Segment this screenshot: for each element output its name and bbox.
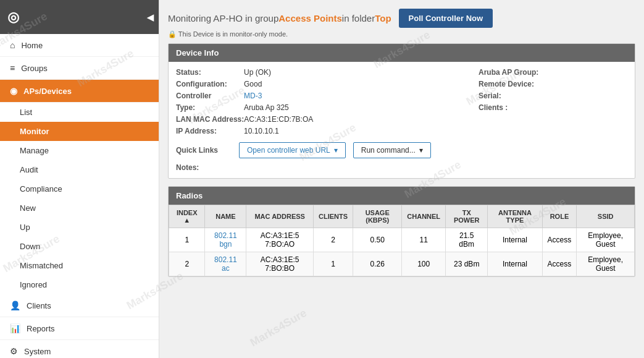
sidebar-item-system-label: System [24, 347, 51, 356]
table-cell[interactable]: 802.11 bgn [205, 228, 246, 252]
table-cell: 1 [169, 228, 205, 252]
radios-card: Radios INDEX ▲ NAME MAC ADDRESS [168, 186, 635, 277]
col-usage: USAGE (KBPS) [353, 205, 402, 228]
table-cell[interactable]: 802.11 ac [205, 252, 246, 276]
col-mac: MAC ADDRESS [246, 205, 314, 228]
run-command-button[interactable]: Run command... ▾ [353, 142, 431, 158]
sidebar-sub-item-compliance[interactable]: Compliance [0, 179, 159, 198]
sidebar-item-reports[interactable]: 📊 Reports [0, 317, 159, 340]
col-clients: CLIENTS [314, 205, 353, 228]
table-cell: 23 dBm [446, 252, 488, 276]
system-icon: ⚙ [10, 346, 18, 356]
col-channel: CHANNEL [402, 205, 446, 228]
type-label: Type: [176, 103, 244, 112]
type-row: Type: Aruba Ap 325 [176, 103, 325, 112]
ip-label: IP Address: [176, 127, 244, 135]
sidebar-item-groups[interactable]: ≡ Groups [0, 57, 159, 80]
table-cell: Access [542, 228, 577, 252]
aps-icon: ◉ [10, 86, 17, 96]
ip-value: 10.10.10.1 [244, 127, 279, 135]
clients-label: Clients : [479, 103, 546, 112]
main-content: Monitoring AP-HO in group Access Points … [159, 0, 644, 358]
notes-row: Notes: [176, 163, 627, 172]
page-title-group: Access Points [278, 13, 342, 23]
sidebar-sub-item-new[interactable]: New [0, 198, 159, 218]
table-cell: AC:A3:1E:5 7:BO:AO [246, 228, 314, 252]
sidebar-sub-item-list[interactable]: List [0, 103, 159, 122]
sidebar-sub-item-manage[interactable]: Manage [0, 141, 159, 160]
sidebar-item-clients[interactable]: 👤 Clients [0, 294, 159, 317]
quick-links-row: Quick Links Open controller web URL ▾ Ru… [176, 142, 627, 158]
device-info-header: Device Info [169, 44, 635, 62]
table-cell: Access [542, 252, 577, 276]
radios-table-container: INDEX ▲ NAME MAC ADDRESS CLIENTS [169, 205, 635, 276]
table-cell: 1 [314, 252, 353, 276]
aruba-ap-group-label: Aruba AP Group: [479, 68, 546, 77]
sidebar-item-home[interactable]: ⌂ Home [0, 34, 159, 57]
sidebar-sub-monitor-label: Monitor [20, 127, 49, 136]
sidebar-logo: ◎ ◀ [0, 0, 159, 34]
sidebar-item-aps-label: APs/Devices [23, 87, 72, 96]
sidebar-item-home-label: Home [21, 41, 43, 50]
table-cell: Internal [488, 252, 542, 276]
sidebar-sub-audit-label: Audit [20, 165, 38, 174]
table-row: 2802.11 acAC:A3:1E:5 7:BO:BO10.2610023 d… [169, 252, 635, 276]
type-value: Aruba Ap 325 [244, 103, 289, 112]
sidebar-sub-list-label: List [20, 108, 32, 117]
lan-mac-value: AC:A3:1E:CD:7B:OA [244, 115, 313, 124]
page-title-middle: in folder [342, 13, 375, 23]
sidebar-sub-mismatched-label: Mismatched [20, 261, 63, 270]
collapse-button[interactable]: ◀ [147, 12, 154, 22]
config-label: Configuration: [176, 80, 244, 88]
poll-controller-button[interactable]: Poll Controller Now [399, 9, 493, 28]
status-value: Up (OK) [244, 68, 271, 77]
sidebar-item-aps-devices[interactable]: ◉ APs/Devices [0, 80, 159, 103]
open-controller-button[interactable]: Open controller web URL ▾ [239, 142, 346, 158]
clients-row: Clients : [479, 103, 627, 112]
col-ssid: SSID [577, 205, 635, 228]
radios-table-head: INDEX ▲ NAME MAC ADDRESS CLIENTS [169, 205, 635, 228]
home-icon: ⌂ [10, 40, 15, 50]
table-cell: 2 [169, 252, 205, 276]
sidebar-sub-item-up[interactable]: Up [0, 218, 159, 237]
table-cell: 0.26 [353, 252, 402, 276]
sidebar-item-system[interactable]: ⚙ System [0, 340, 159, 358]
sidebar-sub-item-monitor[interactable]: Monitor [0, 122, 159, 141]
table-cell: 100 [402, 252, 446, 276]
sidebar-sub-manage-label: Manage [20, 146, 49, 155]
status-label: Status: [176, 68, 244, 77]
sidebar-sub-item-down[interactable]: Down [0, 237, 159, 256]
device-info-card: Device Info Status: Up (OK) Configuratio… [168, 43, 635, 179]
col-index[interactable]: INDEX ▲ [169, 205, 205, 228]
col-tx-power: TX POWER [446, 205, 488, 228]
sidebar-sub-up-label: Up [20, 223, 30, 232]
table-cell: Employee, Guest [577, 252, 635, 276]
chevron-down-icon2: ▾ [419, 146, 423, 155]
serial-label: Serial: [479, 92, 546, 100]
ip-row: IP Address: 10.10.10.1 [176, 127, 325, 135]
notes-label: Notes: [176, 163, 199, 172]
controller-label: Controller [176, 92, 244, 100]
table-cell: Internal [488, 228, 542, 252]
controller-row: Controller MD-3 [176, 92, 325, 100]
sidebar-item-clients-label: Clients [27, 301, 51, 310]
sidebar-sub-item-ignored[interactable]: Ignored [0, 275, 159, 294]
page-header: Monitoring AP-HO in group Access Points … [168, 9, 635, 38]
lock-icon: 🔒 [168, 30, 177, 38]
groups-icon: ≡ [10, 63, 15, 73]
status-row: Status: Up (OK) [176, 68, 325, 77]
table-row: 1802.11 bgnAC:A3:1E:5 7:BO:AO20.501121.5… [169, 228, 635, 252]
lan-mac-row: LAN MAC Address: AC:A3:1E:CD:7B:OA [176, 115, 325, 124]
sidebar-sub-ignored-label: Ignored [20, 280, 47, 289]
chevron-down-icon: ▾ [334, 146, 338, 155]
controller-value[interactable]: MD-3 [244, 92, 262, 100]
sidebar-sub-item-mismatched[interactable]: Mismatched [0, 256, 159, 275]
table-cell: AC:A3:1E:5 7:BO:BO [246, 252, 314, 276]
monitor-note: 🔒 This Device is in monitor-only mode. [168, 30, 635, 38]
radios-header: Radios [169, 187, 635, 205]
radios-table-body: 1802.11 bgnAC:A3:1E:5 7:BO:AO20.501121.5… [169, 228, 635, 276]
table-cell: 2 [314, 228, 353, 252]
sort-asc-icon: ▲ [183, 216, 190, 224]
remote-device-label: Remote Device: [479, 80, 546, 88]
sidebar-sub-item-audit[interactable]: Audit [0, 160, 159, 179]
